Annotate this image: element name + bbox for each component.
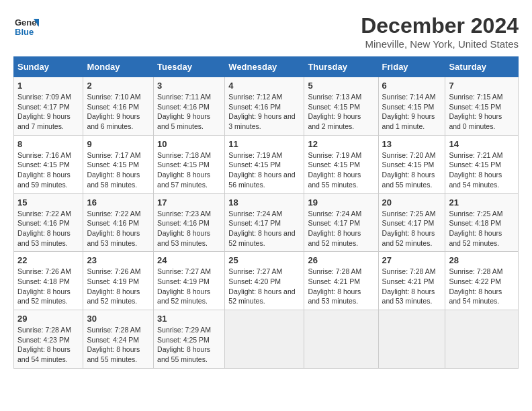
day-details: Sunrise: 7:16 AMSunset: 4:15 PMDaylight:… (17, 150, 79, 190)
day-number: 1 (17, 81, 79, 91)
day-details: Sunrise: 7:10 AMSunset: 4:16 PMDaylight:… (87, 92, 150, 132)
calendar-week-row: 15Sunrise: 7:22 AMSunset: 4:16 PMDayligh… (14, 193, 519, 252)
day-details: Sunrise: 7:25 AMSunset: 4:17 PMDaylight:… (382, 209, 442, 248)
day-details: Sunrise: 7:27 AMSunset: 4:19 PMDaylight:… (157, 267, 221, 306)
calendar-cell: 6Sunrise: 7:14 AMSunset: 4:15 PMDaylight… (378, 77, 445, 136)
day-details: Sunrise: 7:23 AMSunset: 4:16 PMDaylight:… (157, 209, 221, 248)
calendar-cell: 27Sunrise: 7:28 AMSunset: 4:21 PMDayligh… (378, 252, 445, 310)
calendar-cell: 11Sunrise: 7:19 AMSunset: 4:15 PMDayligh… (225, 135, 304, 193)
calendar-week-row: 8Sunrise: 7:16 AMSunset: 4:15 PMDaylight… (14, 135, 519, 193)
day-details: Sunrise: 7:28 AMSunset: 4:24 PMDaylight:… (87, 325, 150, 365)
calendar-cell: 14Sunrise: 7:21 AMSunset: 4:15 PMDayligh… (445, 135, 519, 193)
calendar-cell: 16Sunrise: 7:22 AMSunset: 4:16 PMDayligh… (83, 193, 154, 252)
day-details: Sunrise: 7:12 AMSunset: 4:16 PMDaylight:… (228, 92, 300, 132)
header: General Blue December 2024 Mineville, Ne… (13, 13, 519, 50)
day-details: Sunrise: 7:14 AMSunset: 4:15 PMDaylight:… (382, 92, 442, 132)
calendar-cell: 17Sunrise: 7:23 AMSunset: 4:16 PMDayligh… (154, 193, 225, 252)
day-number: 19 (308, 197, 374, 208)
day-details: Sunrise: 7:28 AMSunset: 4:22 PMDaylight:… (449, 267, 515, 306)
svg-text:Blue: Blue (15, 27, 34, 37)
header-monday: Monday (83, 57, 154, 77)
header-thursday: Thursday (304, 57, 378, 77)
calendar-cell: 1Sunrise: 7:09 AMSunset: 4:17 PMDaylight… (14, 77, 83, 136)
calendar-cell: 5Sunrise: 7:13 AMSunset: 4:15 PMDaylight… (304, 77, 378, 136)
day-details: Sunrise: 7:24 AMSunset: 4:17 PMDaylight:… (228, 209, 300, 248)
header-friday: Friday (378, 57, 445, 77)
header-saturday: Saturday (445, 57, 519, 77)
header-sunday: Sunday (14, 57, 83, 77)
calendar-cell: 9Sunrise: 7:17 AMSunset: 4:15 PMDaylight… (83, 135, 154, 193)
day-number: 8 (17, 139, 79, 149)
calendar-cell: 22Sunrise: 7:26 AMSunset: 4:18 PMDayligh… (14, 252, 83, 310)
day-number: 2 (87, 81, 150, 91)
day-details: Sunrise: 7:13 AMSunset: 4:15 PMDaylight:… (308, 92, 374, 132)
calendar-week-row: 1Sunrise: 7:09 AMSunset: 4:17 PMDaylight… (14, 77, 519, 136)
day-number: 25 (228, 255, 300, 265)
calendar-cell: 12Sunrise: 7:19 AMSunset: 4:15 PMDayligh… (304, 135, 378, 193)
calendar-cell: 20Sunrise: 7:25 AMSunset: 4:17 PMDayligh… (378, 193, 445, 252)
day-number: 12 (308, 139, 374, 149)
title-area: December 2024 Mineville, New York, Unite… (361, 13, 519, 50)
calendar-table: SundayMondayTuesdayWednesdayThursdayFrid… (13, 56, 519, 369)
calendar-cell (445, 310, 519, 369)
day-details: Sunrise: 7:18 AMSunset: 4:15 PMDaylight:… (157, 150, 221, 190)
calendar-cell: 31Sunrise: 7:29 AMSunset: 4:25 PMDayligh… (154, 310, 225, 369)
day-number: 15 (17, 197, 79, 208)
calendar-cell (304, 310, 378, 369)
day-details: Sunrise: 7:26 AMSunset: 4:19 PMDaylight:… (87, 267, 150, 306)
calendar-week-row: 22Sunrise: 7:26 AMSunset: 4:18 PMDayligh… (14, 252, 519, 310)
day-details: Sunrise: 7:26 AMSunset: 4:18 PMDaylight:… (17, 267, 79, 306)
calendar-cell: 13Sunrise: 7:20 AMSunset: 4:15 PMDayligh… (378, 135, 445, 193)
day-details: Sunrise: 7:22 AMSunset: 4:16 PMDaylight:… (17, 209, 79, 248)
page-title: December 2024 (361, 13, 519, 38)
calendar-cell: 23Sunrise: 7:26 AMSunset: 4:19 PMDayligh… (83, 252, 154, 310)
day-number: 13 (382, 139, 442, 149)
calendar-cell (378, 310, 445, 369)
calendar-cell: 15Sunrise: 7:22 AMSunset: 4:16 PMDayligh… (14, 193, 83, 252)
day-number: 11 (228, 139, 300, 149)
logo: General Blue (13, 13, 39, 39)
calendar-cell (225, 310, 304, 369)
calendar-cell: 4Sunrise: 7:12 AMSunset: 4:16 PMDaylight… (225, 77, 304, 136)
day-number: 28 (449, 255, 515, 265)
day-number: 6 (382, 81, 442, 91)
calendar-header-row: SundayMondayTuesdayWednesdayThursdayFrid… (14, 57, 519, 77)
day-details: Sunrise: 7:19 AMSunset: 4:15 PMDaylight:… (308, 150, 374, 190)
day-number: 27 (382, 255, 442, 265)
calendar-cell: 24Sunrise: 7:27 AMSunset: 4:19 PMDayligh… (154, 252, 225, 310)
day-details: Sunrise: 7:24 AMSunset: 4:17 PMDaylight:… (308, 209, 374, 248)
day-number: 7 (449, 81, 515, 91)
calendar-cell: 7Sunrise: 7:15 AMSunset: 4:15 PMDaylight… (445, 77, 519, 136)
day-number: 17 (157, 197, 221, 208)
calendar-cell: 2Sunrise: 7:10 AMSunset: 4:16 PMDaylight… (83, 77, 154, 136)
day-number: 23 (87, 255, 150, 265)
day-details: Sunrise: 7:21 AMSunset: 4:15 PMDaylight:… (449, 150, 515, 190)
day-details: Sunrise: 7:11 AMSunset: 4:16 PMDaylight:… (157, 92, 221, 132)
calendar-cell: 19Sunrise: 7:24 AMSunset: 4:17 PMDayligh… (304, 193, 378, 252)
calendar-cell: 21Sunrise: 7:25 AMSunset: 4:18 PMDayligh… (445, 193, 519, 252)
day-number: 21 (449, 197, 515, 208)
calendar-week-row: 29Sunrise: 7:28 AMSunset: 4:23 PMDayligh… (14, 310, 519, 369)
day-number: 26 (308, 255, 374, 265)
header-tuesday: Tuesday (154, 57, 225, 77)
day-number: 10 (157, 139, 221, 149)
day-details: Sunrise: 7:27 AMSunset: 4:20 PMDaylight:… (228, 267, 300, 306)
day-details: Sunrise: 7:28 AMSunset: 4:23 PMDaylight:… (17, 325, 79, 365)
calendar-cell: 18Sunrise: 7:24 AMSunset: 4:17 PMDayligh… (225, 193, 304, 252)
day-details: Sunrise: 7:17 AMSunset: 4:15 PMDaylight:… (87, 150, 150, 190)
day-details: Sunrise: 7:25 AMSunset: 4:18 PMDaylight:… (449, 209, 515, 248)
day-number: 4 (228, 81, 300, 91)
day-number: 30 (87, 314, 150, 324)
logo-icon: General Blue (13, 13, 39, 39)
day-details: Sunrise: 7:09 AMSunset: 4:17 PMDaylight:… (17, 92, 79, 132)
day-number: 22 (17, 255, 79, 265)
calendar-cell: 28Sunrise: 7:28 AMSunset: 4:22 PMDayligh… (445, 252, 519, 310)
header-wednesday: Wednesday (225, 57, 304, 77)
day-number: 9 (87, 139, 150, 149)
day-details: Sunrise: 7:28 AMSunset: 4:21 PMDaylight:… (382, 267, 442, 306)
calendar-cell: 29Sunrise: 7:28 AMSunset: 4:23 PMDayligh… (14, 310, 83, 369)
day-number: 18 (228, 197, 300, 208)
calendar-cell: 26Sunrise: 7:28 AMSunset: 4:21 PMDayligh… (304, 252, 378, 310)
calendar-cell: 30Sunrise: 7:28 AMSunset: 4:24 PMDayligh… (83, 310, 154, 369)
day-details: Sunrise: 7:22 AMSunset: 4:16 PMDaylight:… (87, 209, 150, 248)
